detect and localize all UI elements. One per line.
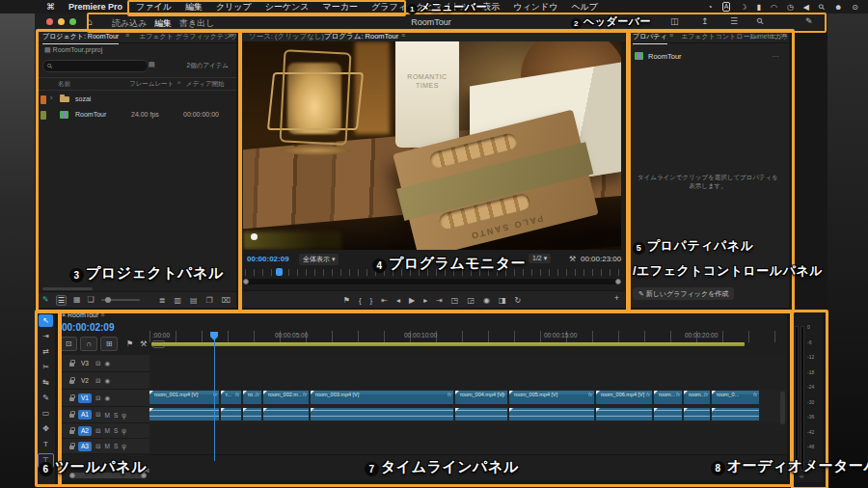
selection-tool[interactable]: ↖ <box>39 314 53 327</box>
mute-button[interactable]: M <box>104 427 109 434</box>
new-bin-icon[interactable]: ▤ <box>190 296 198 305</box>
clock-icon[interactable]: ◷ <box>787 3 794 12</box>
sync-lock-icon[interactable]: ⊟ <box>95 443 100 450</box>
add-marker-button[interactable]: ⚑ <box>343 296 350 305</box>
slip-tool[interactable]: ↹ <box>39 376 53 389</box>
track-v2-content[interactable] <box>149 372 787 391</box>
audio-clip[interactable] <box>221 408 242 420</box>
sort-icon[interactable]: ≣ <box>159 296 166 305</box>
track-a3-header[interactable]: A3 ⊟ M S ψ <box>58 439 149 454</box>
audio-clip[interactable] <box>149 408 220 420</box>
icon-view-icon[interactable]: ▦ <box>73 295 81 306</box>
track-v1-content[interactable]: room_001.mp4 [V] fx r... fx ro... fx <box>149 390 787 408</box>
mic-icon[interactable]: ψ <box>122 412 126 419</box>
sync-lock-icon[interactable]: ⊟ <box>95 411 100 419</box>
type-tool[interactable]: T <box>39 438 53 450</box>
step-forward-button[interactable]: ▸ <box>423 296 427 305</box>
monitor-scrollbar[interactable] <box>243 279 621 285</box>
solo-button[interactable]: S <box>114 427 118 434</box>
sequence-name[interactable]: RoomTour <box>75 111 106 118</box>
project-file-breadcrumb[interactable]: ▤ RoomTour.prproj <box>44 46 102 54</box>
mute-button[interactable]: M <box>104 412 109 419</box>
track-v2-badge[interactable]: V2 <box>78 376 92 386</box>
audio-clip[interactable] <box>596 408 653 420</box>
tab-overflow-icon[interactable]: ≫ <box>780 32 787 40</box>
automate-to-sequence-icon[interactable]: ▥ <box>174 296 181 305</box>
sync-lock-icon[interactable]: ⊟ <box>95 377 100 385</box>
track-a3-content[interactable] <box>149 439 787 455</box>
project-scrollbar[interactable] <box>42 287 93 290</box>
video-clip[interactable]: r... fx <box>221 391 242 404</box>
fit-select[interactable]: 全体表示 ▾ <box>299 254 339 265</box>
mark-out-button[interactable]: } <box>370 296 373 305</box>
menu-item[interactable]: ファイル <box>136 1 172 14</box>
menu-item[interactable]: クリップ <box>216 1 252 14</box>
nest-toggle-button[interactable]: ⊡ <box>60 337 77 351</box>
track-output-eye-icon[interactable]: ◉ <box>104 394 110 402</box>
sync-lock-icon[interactable]: ⊟ <box>95 394 100 402</box>
video-clip[interactable]: room_0... fx <box>712 391 760 404</box>
track-v3-badge[interactable]: V3 <box>78 359 92 368</box>
label-color-chip[interactable] <box>41 111 46 120</box>
solo-button[interactable]: S <box>114 443 118 449</box>
vertical-type-tool[interactable]: ⊤ <box>38 453 54 468</box>
do-not-disturb-icon[interactable]: ☽ <box>740 3 746 12</box>
panel-menu-icon[interactable]: ≡ <box>100 312 104 318</box>
go-to-in-button[interactable]: ⇤ <box>381 296 388 305</box>
monitor-playhead[interactable] <box>276 268 283 276</box>
pen-icon[interactable]: ✎ <box>805 16 813 26</box>
new-item-icon[interactable]: ❐ <box>206 296 213 305</box>
timeline-settings-wrench-icon[interactable]: ⚒ <box>140 339 147 348</box>
settings-wrench-icon[interactable]: ⚒ <box>569 255 576 263</box>
track-output-eye-icon[interactable]: ◉ <box>104 377 110 385</box>
tab-program-monitor[interactable]: プログラム: RoomTour <box>324 32 398 41</box>
menu-item[interactable]: 表示 <box>482 1 500 14</box>
track-a2-header[interactable]: A2 ⊟ M S ψ <box>58 423 149 439</box>
selected-sequence-row[interactable]: RoomTour … <box>635 50 781 62</box>
ripple-edit-tool[interactable]: ⇄ <box>39 345 53 358</box>
tab-effects[interactable]: エフェクト <box>139 32 174 41</box>
lock-icon[interactable] <box>69 446 74 449</box>
video-clip[interactable]: room_002.m... fx <box>263 391 310 404</box>
mic-icon[interactable]: ψ <box>122 427 126 434</box>
step-back-button[interactable]: ◂ <box>396 296 400 305</box>
panel-menu-icon[interactable]: ≡ <box>401 32 405 39</box>
video-clip[interactable]: room_003.mp4 [V] fx <box>311 391 454 404</box>
apple-menu-icon[interactable]: ⌘ <box>46 2 55 12</box>
linked-selection-button[interactable]: ⊞ <box>100 337 118 351</box>
hand-tool[interactable]: ✥ <box>39 422 53 435</box>
button-editor-plus[interactable]: + <box>614 293 619 303</box>
track-a1-badge[interactable]: A1 <box>78 410 92 420</box>
menu-item[interactable]: マーカー <box>323 1 358 14</box>
freeform-view-icon[interactable]: ❏ <box>87 295 94 306</box>
create-graphic-button[interactable]: ✎ 新しいグラフィックを作成 <box>633 287 734 300</box>
menu-item[interactable]: グラフィックとタイトル <box>371 1 469 14</box>
tab-effect-controls[interactable]: エフェクトコントロール <box>681 32 757 41</box>
lift-button[interactable]: ◳ <box>451 296 459 305</box>
list-view-icon[interactable]: ☰ <box>56 295 67 306</box>
menu-item[interactable]: 編集 <box>185 1 203 14</box>
audio-clip[interactable] <box>684 408 711 420</box>
solo-button[interactable]: S <box>114 412 118 419</box>
video-clip[interactable]: room_001.mp4 [V] fx <box>149 391 220 404</box>
lock-icon[interactable] <box>69 430 74 434</box>
tab-overflow-icon[interactable]: ≫ <box>228 32 234 40</box>
comparison-view-button[interactable]: ◨ <box>499 296 506 305</box>
track-v1-badge[interactable]: V1 <box>78 393 92 403</box>
timeline-tab[interactable]: × RoomTour ≡ <box>62 312 104 318</box>
timeline-timecode[interactable]: 00:00:02:09 <box>62 322 114 333</box>
sync-lock-icon[interactable]: ⊟ <box>95 360 100 367</box>
track-v2-header[interactable]: V2 ⊟ ◉ <box>58 372 149 390</box>
bin-name[interactable]: sozai <box>75 95 91 102</box>
timeline-vertical-scrollbar[interactable] <box>780 392 785 424</box>
volume-icon[interactable]: ◀ <box>803 3 809 12</box>
lock-icon[interactable] <box>69 397 74 401</box>
razor-tool[interactable]: ✂ <box>39 361 53 373</box>
play-button[interactable]: ▶ <box>409 296 415 305</box>
more-options-icon[interactable]: … <box>773 50 780 59</box>
lock-icon[interactable] <box>69 414 74 418</box>
input-source-icon[interactable]: A <box>722 2 731 12</box>
track-a1-header[interactable]: A1 ⊟ M S ψ <box>58 407 149 423</box>
track-a1-content[interactable] <box>149 407 787 424</box>
timeline-ruler[interactable]: :00:0000:00:05:0000:00:10:0000:00:15:000… <box>149 331 779 342</box>
